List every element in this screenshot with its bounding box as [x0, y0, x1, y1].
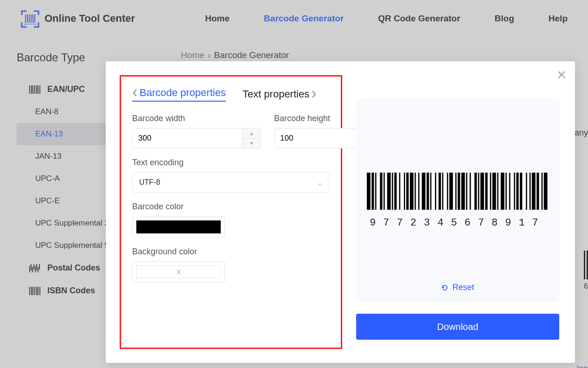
- preview-panel: 9772345678917 Reset Download: [342, 75, 559, 349]
- svg-rect-34: [387, 173, 391, 210]
- tab-barcode-properties-label: Barcode properties: [140, 87, 226, 99]
- svg-rect-29: [367, 173, 371, 210]
- svg-rect-68: [520, 173, 522, 210]
- svg-rect-73: [542, 173, 543, 210]
- svg-rect-57: [478, 173, 479, 210]
- close-icon[interactable]: [556, 70, 567, 80]
- chevron-down-icon: ⌄: [317, 178, 323, 187]
- svg-rect-53: [461, 173, 465, 210]
- reset-label: Reset: [452, 283, 474, 292]
- svg-rect-31: [375, 173, 377, 210]
- svg-rect-32: [380, 173, 382, 210]
- tab-text-properties[interactable]: Text properties: [243, 88, 317, 100]
- svg-rect-40: [410, 173, 414, 210]
- svg-rect-62: [497, 173, 499, 210]
- svg-rect-33: [383, 173, 385, 210]
- svg-rect-47: [439, 173, 441, 210]
- svg-rect-49: [447, 173, 448, 210]
- text-encoding-value: UTF-8: [139, 178, 160, 187]
- svg-rect-64: [505, 173, 507, 210]
- chevron-left-icon: [132, 89, 138, 97]
- svg-rect-59: [485, 173, 487, 210]
- svg-rect-36: [394, 173, 396, 210]
- svg-rect-69: [526, 173, 527, 210]
- width-label: Barcode width: [132, 114, 261, 123]
- svg-rect-71: [532, 173, 536, 210]
- svg-rect-58: [480, 173, 484, 210]
- text-encoding-select[interactable]: UTF-8 ⌄: [132, 172, 330, 193]
- tab-barcode-properties[interactable]: Barcode properties: [132, 87, 226, 102]
- svg-rect-45: [430, 173, 432, 210]
- svg-rect-55: [470, 173, 471, 210]
- reset-button[interactable]: Reset: [441, 283, 474, 292]
- svg-rect-38: [404, 173, 405, 210]
- tab-text-properties-label: Text properties: [243, 88, 309, 100]
- barcode-preview: 9772345678917 Reset: [356, 98, 559, 303]
- svg-rect-60: [490, 173, 492, 210]
- svg-rect-50: [449, 173, 453, 210]
- width-step-down[interactable]: ▼: [243, 139, 261, 148]
- width-step-up[interactable]: ▲: [243, 129, 261, 139]
- modal-tabs: Barcode properties Text properties: [132, 87, 330, 102]
- svg-rect-51: [455, 173, 457, 210]
- svg-rect-39: [406, 173, 409, 210]
- svg-rect-54: [466, 173, 467, 210]
- svg-rect-37: [399, 173, 401, 210]
- svg-rect-65: [509, 173, 511, 210]
- color-swatch-black: [136, 220, 221, 233]
- svg-rect-66: [514, 173, 515, 210]
- background-color-picker[interactable]: ✕: [132, 261, 225, 283]
- svg-rect-61: [492, 173, 496, 210]
- svg-rect-35: [392, 173, 393, 210]
- properties-modal: Barcode properties Text properties Barco…: [106, 61, 575, 363]
- svg-rect-43: [422, 173, 426, 210]
- color-swatch-none: ✕: [136, 265, 221, 278]
- barcode-digits: 9772345678917: [370, 217, 546, 229]
- svg-rect-48: [442, 173, 443, 210]
- barcode-color-picker[interactable]: [132, 216, 225, 238]
- barcode-graphic: [365, 173, 550, 219]
- svg-rect-44: [427, 173, 429, 210]
- svg-rect-63: [501, 173, 505, 210]
- svg-rect-56: [474, 173, 477, 210]
- svg-rect-30: [371, 173, 374, 210]
- svg-rect-52: [458, 173, 460, 210]
- width-input-wrap: ▲ ▼: [132, 128, 261, 148]
- chevron-right-icon: [311, 90, 317, 98]
- properties-panel: Barcode properties Text properties Barco…: [120, 75, 342, 349]
- svg-rect-67: [516, 173, 518, 210]
- barcode-width-input[interactable]: [133, 129, 242, 148]
- svg-rect-46: [435, 173, 436, 210]
- bg-color-label: Background color: [132, 247, 330, 257]
- svg-rect-72: [537, 173, 539, 210]
- reset-icon: [441, 284, 448, 291]
- svg-rect-74: [544, 173, 548, 210]
- download-button[interactable]: Download: [356, 314, 559, 340]
- svg-rect-41: [415, 173, 416, 210]
- barcode-color-label: Barcode color: [132, 202, 330, 212]
- svg-rect-42: [418, 173, 420, 210]
- encoding-label: Text encoding: [132, 158, 330, 168]
- svg-rect-70: [530, 173, 531, 210]
